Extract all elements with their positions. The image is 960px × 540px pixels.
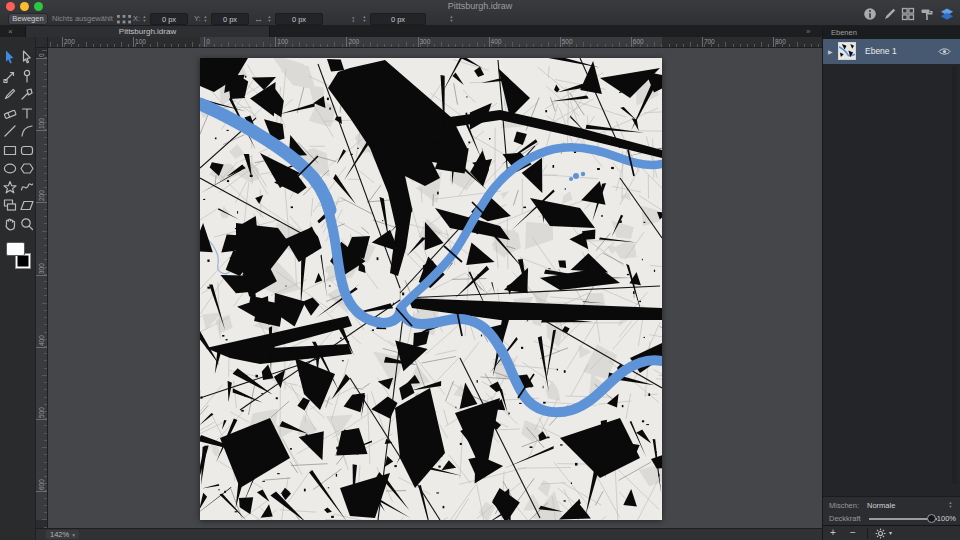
height-stepper[interactable]: ▴▾ bbox=[361, 13, 368, 25]
tab-close-icon[interactable]: × bbox=[8, 26, 13, 37]
ruler-tick bbox=[441, 42, 442, 47]
tool-pen[interactable] bbox=[19, 86, 35, 102]
ruler-tick bbox=[36, 130, 48, 131]
ruler-tick bbox=[647, 44, 648, 47]
ruler-tick bbox=[42, 86, 47, 87]
rounded-rectangle-icon bbox=[19, 142, 35, 158]
ruler-tick bbox=[199, 44, 200, 47]
ruler-tick bbox=[342, 44, 343, 47]
tool-rounded-rectangle[interactable] bbox=[19, 142, 35, 158]
width-stepper[interactable]: ▴▾ bbox=[266, 13, 273, 25]
fill-color-swatch[interactable] bbox=[6, 242, 25, 256]
width-input[interactable]: 0 px bbox=[275, 13, 323, 25]
add-layer-button[interactable]: + bbox=[830, 526, 836, 540]
x-stepper[interactable]: ▴▾ bbox=[141, 13, 148, 25]
layers-icon[interactable] bbox=[940, 7, 954, 21]
y-input[interactable]: 0 px bbox=[211, 13, 249, 25]
opacity-slider-knob[interactable] bbox=[927, 514, 936, 523]
tool-pencil[interactable] bbox=[2, 86, 18, 102]
tool-ellipse[interactable] bbox=[2, 160, 18, 176]
y-stepper[interactable]: ▴▾ bbox=[202, 13, 209, 25]
tool-scribble[interactable] bbox=[19, 179, 35, 195]
move-tool-button[interactable]: Bewegen bbox=[8, 13, 48, 25]
height-input[interactable]: 0 px bbox=[370, 13, 426, 25]
info-icon[interactable] bbox=[863, 7, 877, 21]
ruler-tick bbox=[489, 37, 490, 47]
ruler-tick bbox=[740, 44, 741, 47]
panels-icon[interactable] bbox=[901, 7, 915, 21]
ruler-tick bbox=[484, 44, 485, 47]
vertical-ruler: 0100200300400500600 bbox=[36, 48, 48, 528]
tool-hand[interactable] bbox=[2, 216, 18, 232]
tool-move[interactable] bbox=[2, 49, 18, 65]
zoom-level-dropdown[interactable]: 142%▾ bbox=[46, 530, 79, 539]
x-input[interactable]: 0 px bbox=[150, 13, 188, 25]
ruler-tick bbox=[702, 37, 703, 47]
tool-node[interactable] bbox=[19, 68, 35, 84]
stepper-down-icon[interactable]: ▾ bbox=[143, 19, 145, 23]
ruler-label: 800 bbox=[775, 38, 786, 45]
tool-text[interactable] bbox=[19, 105, 35, 121]
layer-visibility-eye-icon[interactable] bbox=[938, 47, 951, 56]
tab-overflow-icon[interactable]: » bbox=[806, 26, 810, 37]
ruler-tick bbox=[57, 44, 58, 47]
pen-icon[interactable] bbox=[883, 7, 897, 21]
layer-row-ebene-1[interactable]: ▶ Ebene 1 bbox=[823, 39, 960, 64]
stepper-down-icon[interactable]: ▾ bbox=[204, 19, 206, 23]
tool-star[interactable] bbox=[2, 179, 18, 195]
extra-stepper[interactable]: ▴▾ bbox=[448, 13, 455, 25]
ruler-label: 600 bbox=[633, 38, 644, 45]
ruler-tick bbox=[44, 360, 47, 361]
stepper-down-icon[interactable]: ▾ bbox=[363, 19, 365, 23]
stepper-down-icon[interactable]: ▾ bbox=[268, 19, 270, 23]
ruler-tick bbox=[221, 44, 222, 47]
layer-thumbnail[interactable] bbox=[838, 42, 856, 60]
tool-zoom[interactable] bbox=[19, 216, 35, 232]
tool-parallelogram[interactable] bbox=[19, 197, 35, 213]
tool-combine[interactable] bbox=[2, 197, 18, 213]
star-icon bbox=[2, 179, 18, 195]
paint-roller-icon[interactable] bbox=[920, 7, 934, 21]
ruler-tick bbox=[605, 44, 606, 47]
ruler-tick bbox=[818, 44, 819, 47]
disclosure-triangle-icon[interactable]: ▶ bbox=[828, 48, 833, 55]
tool-transform[interactable] bbox=[2, 68, 18, 84]
ruler-tick bbox=[804, 44, 805, 47]
ruler-tick bbox=[107, 44, 108, 47]
ruler-tick bbox=[44, 281, 47, 282]
ruler-tick bbox=[62, 37, 63, 47]
tool-eraser[interactable] bbox=[2, 105, 18, 121]
ruler-label: 300 bbox=[38, 244, 46, 274]
ruler-tick bbox=[36, 275, 48, 276]
stepper-down-icon[interactable]: ▾ bbox=[450, 19, 452, 23]
layers-scrollbar[interactable] bbox=[952, 66, 957, 484]
tool-direct-select[interactable] bbox=[19, 49, 35, 65]
stepper-down-icon[interactable]: ▾ bbox=[949, 505, 951, 509]
ruler-tick bbox=[93, 44, 94, 47]
pond bbox=[573, 173, 579, 179]
blend-mode-dropdown[interactable]: Normale bbox=[867, 501, 895, 510]
tool-polygon[interactable] bbox=[19, 160, 35, 176]
ruler-tick bbox=[44, 166, 47, 167]
ruler-tick bbox=[44, 93, 47, 94]
ruler-tick bbox=[44, 310, 47, 311]
tool-arc[interactable] bbox=[19, 123, 35, 139]
blend-stepper[interactable]: ▴▾ bbox=[947, 499, 954, 510]
ruler-tick bbox=[669, 44, 670, 47]
remove-layer-button[interactable]: − bbox=[850, 526, 856, 540]
tool-rectangle[interactable] bbox=[2, 142, 18, 158]
ruler-tick bbox=[789, 44, 790, 47]
canvas[interactable] bbox=[200, 58, 662, 520]
tool-line[interactable] bbox=[2, 123, 18, 139]
ruler-tick bbox=[533, 44, 534, 47]
workspace[interactable] bbox=[48, 48, 822, 528]
ruler-tick bbox=[44, 64, 47, 65]
gear-dropdown-icon[interactable]: ▾ bbox=[889, 526, 892, 540]
ruler-tick bbox=[42, 303, 47, 304]
ruler-label: 700 bbox=[704, 38, 715, 45]
gear-icon[interactable] bbox=[875, 528, 886, 539]
ruler-tick bbox=[320, 44, 321, 47]
ruler-tick bbox=[448, 44, 449, 47]
tab-pittsburgh[interactable]: Pittsburgh.idraw bbox=[25, 26, 270, 37]
ruler-tick bbox=[747, 44, 748, 47]
